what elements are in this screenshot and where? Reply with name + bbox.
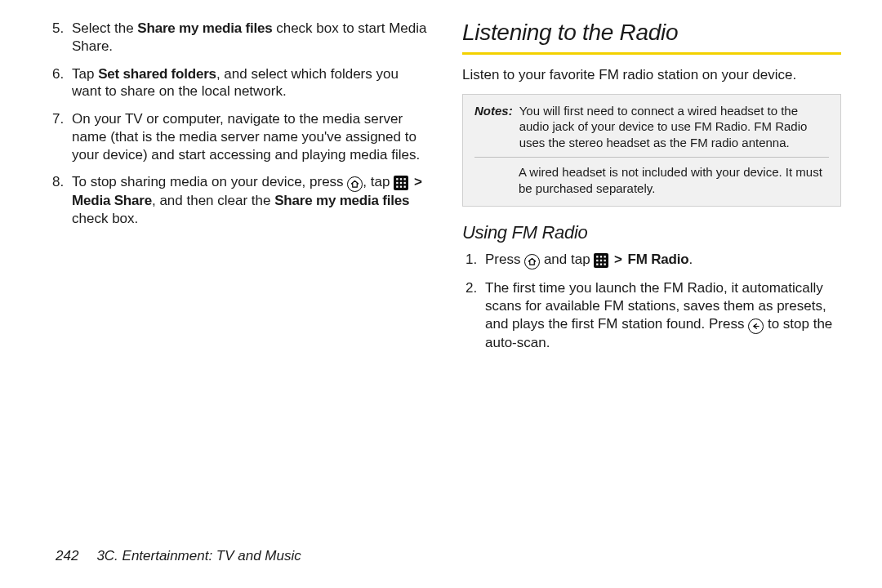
- bold-text: Set shared folders: [98, 66, 216, 82]
- step-text: Tap: [72, 66, 98, 82]
- svg-rect-11: [604, 256, 606, 257]
- svg-rect-14: [604, 260, 606, 261]
- notes-text: A wired headset is not included with you…: [474, 164, 829, 196]
- step-text: To stop sharing media on your device, pr…: [72, 174, 347, 189]
- two-column-layout: Select the Share my media files check bo…: [49, 20, 841, 526]
- svg-rect-9: [597, 256, 599, 257]
- svg-rect-13: [600, 260, 602, 261]
- home-icon: [524, 254, 540, 270]
- back-icon: [748, 318, 764, 334]
- svg-rect-0: [396, 178, 398, 180]
- nav-separator: >: [614, 251, 622, 269]
- grid-icon: [394, 176, 408, 190]
- svg-rect-7: [400, 186, 402, 188]
- svg-rect-10: [600, 256, 602, 257]
- svg-rect-16: [600, 264, 602, 265]
- svg-rect-12: [597, 260, 599, 261]
- step-text: .: [688, 252, 693, 267]
- step-6: Tap Set shared folders, and select which…: [49, 65, 428, 101]
- step-text: , tap: [363, 174, 394, 189]
- step-text: Select the: [72, 20, 137, 36]
- notes-divider: [474, 157, 829, 158]
- bold-text: FM Radio: [628, 252, 689, 267]
- bold-text: Share my media files: [274, 193, 409, 208]
- media-share-steps: Select the Share my media files check bo…: [49, 20, 428, 228]
- step-text: , and then clear the: [152, 193, 274, 208]
- svg-rect-17: [604, 264, 606, 265]
- step-text: check box.: [72, 211, 138, 226]
- intro-text: Listen to your favorite FM radio station…: [462, 66, 841, 84]
- notes-row: Notes: You will first need to connect a …: [474, 103, 829, 151]
- bold-text: Share my media files: [137, 20, 272, 36]
- svg-rect-2: [404, 178, 406, 180]
- svg-rect-8: [404, 186, 406, 188]
- page-footer: 2423C. Entertainment: TV and Music: [56, 547, 301, 565]
- bold-text: Media Share: [72, 193, 152, 208]
- chapter-title: 3C. Entertainment: TV and Music: [96, 548, 301, 564]
- svg-rect-5: [404, 182, 406, 184]
- svg-rect-6: [396, 186, 398, 188]
- home-icon: [347, 176, 363, 192]
- step-2: The first time you launch the FM Radio, …: [462, 279, 841, 351]
- notes-text: You will first need to connect a wired h…: [519, 103, 829, 151]
- step-7: On your TV or computer, navigate to the …: [49, 110, 428, 163]
- fm-radio-steps: Press and tap > FM Radio. The first time…: [462, 251, 841, 351]
- svg-rect-3: [396, 182, 398, 184]
- step-text: Press: [485, 252, 524, 267]
- grid-icon: [594, 253, 608, 268]
- right-column: Listening to the Radio Listen to your fa…: [462, 20, 841, 526]
- step-text: and tap: [540, 252, 594, 267]
- left-column: Select the Share my media files check bo…: [49, 20, 428, 526]
- svg-rect-4: [400, 182, 402, 184]
- step-1: Press and tap > FM Radio.: [462, 251, 841, 270]
- notes-label: Notes:: [474, 103, 513, 151]
- step-text: On your TV or computer, navigate to the …: [72, 111, 420, 163]
- nav-separator: >: [414, 173, 422, 191]
- heading-listening-to-radio: Listening to the Radio: [462, 18, 841, 55]
- page-number: 242: [56, 548, 78, 564]
- svg-rect-15: [597, 264, 599, 265]
- step-5: Select the Share my media files check bo…: [49, 20, 428, 56]
- heading-using-fm-radio: Using FM Radio: [462, 221, 841, 244]
- notes-box: Notes: You will first need to connect a …: [462, 94, 841, 207]
- svg-rect-1: [400, 178, 402, 180]
- step-8: To stop sharing media on your device, pr…: [49, 173, 428, 228]
